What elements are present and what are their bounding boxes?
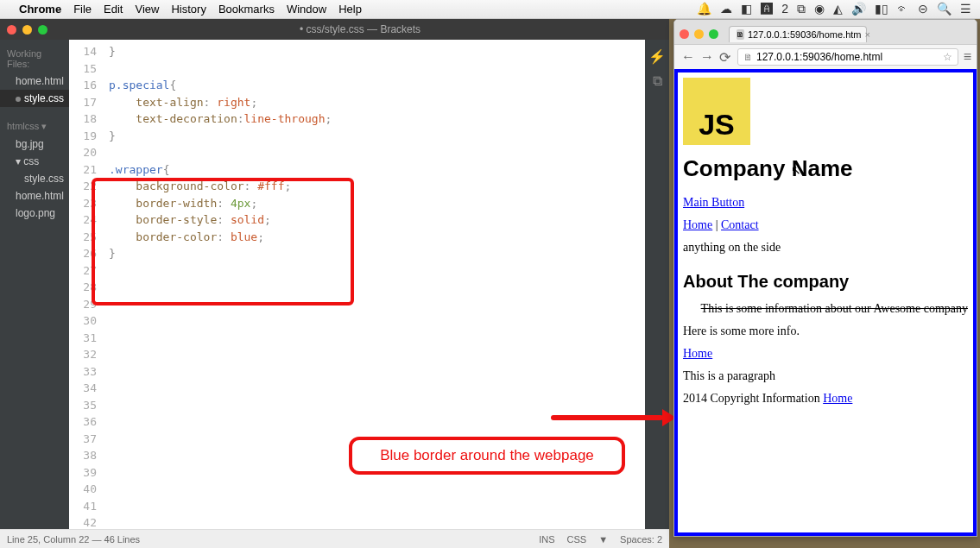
forward-button[interactable]: → xyxy=(699,49,716,66)
cloud-icon[interactable]: ☁ xyxy=(720,2,732,16)
brackets-toolstrip: ⚡ ⧉ xyxy=(645,40,669,529)
tree-style[interactable]: style.css xyxy=(0,170,69,187)
paragraph-text: This is a paragraph xyxy=(683,369,968,383)
line-gutter: 14 15 16 17 18 19 20 21 22 23 24 25 26 2… xyxy=(69,40,102,529)
close-icon[interactable] xyxy=(7,25,16,35)
dropbox-icon[interactable]: ⧉ xyxy=(797,2,806,16)
chrome-window-controls xyxy=(680,29,718,39)
status-ins[interactable]: INS xyxy=(539,534,554,545)
volume-icon[interactable]: 🔊 xyxy=(851,2,866,16)
menu-history[interactable]: History xyxy=(171,3,205,16)
tab-close-icon[interactable]: × xyxy=(864,29,869,40)
nav-separator: | xyxy=(712,218,721,231)
maximize-icon[interactable] xyxy=(709,29,718,39)
footer-home-link[interactable]: Home xyxy=(823,392,852,405)
menubar-tray: 🔔 ☁ ◧ 🅰 2 ⧉ ◉ ◭ 🔊 ▮▯ ᯤ ⊝ 🔍 ☰ xyxy=(697,2,971,16)
working-file-home[interactable]: home.html xyxy=(0,72,69,90)
tree-home[interactable]: home.html xyxy=(0,187,69,205)
page-icon: 🗎 xyxy=(743,52,753,62)
menu-window[interactable]: Window xyxy=(287,3,326,16)
status-spaces[interactable]: Spaces: 2 xyxy=(620,534,662,545)
address-bar[interactable]: 🗎 127.0.0.1:59036/home.html ☆ xyxy=(737,48,958,66)
close-icon[interactable] xyxy=(680,29,689,39)
special-paragraph: This is some information about our Aweso… xyxy=(683,302,968,316)
menu-edit[interactable]: Edit xyxy=(104,3,123,16)
about-heading: About The company xyxy=(683,272,968,292)
minimize-icon[interactable] xyxy=(694,29,704,39)
chrome-window: 🗎 127.0.0.1:59036/home.htm × ← → ⟳ 🗎 127… xyxy=(673,19,977,537)
home-link[interactable]: Home xyxy=(683,347,712,360)
project-label[interactable]: htmlcss ▾ xyxy=(0,117,69,135)
menu-help[interactable]: Help xyxy=(338,3,362,16)
extensions-icon[interactable]: ⧉ xyxy=(653,73,662,89)
back-button[interactable]: ← xyxy=(680,49,697,66)
clock-icon[interactable]: ⊝ xyxy=(918,2,928,16)
window-controls xyxy=(7,25,47,35)
menu-file[interactable]: File xyxy=(73,3,92,16)
two-icon[interactable]: 2 xyxy=(781,2,788,16)
tab-title: 127.0.0.1:59036/home.htm xyxy=(748,29,861,40)
status-caret-icon[interactable]: ▼ xyxy=(598,534,608,545)
annotation-text: Blue border around the webpage xyxy=(380,447,594,464)
box-icon[interactable]: ◧ xyxy=(741,2,752,16)
aside-text: anything on the side xyxy=(683,241,968,255)
maximize-icon[interactable] xyxy=(38,25,47,35)
minimize-icon[interactable] xyxy=(22,25,32,35)
working-file-style[interactable]: style.css xyxy=(0,90,69,107)
bell-icon[interactable]: 🔔 xyxy=(697,2,711,16)
drive-icon[interactable]: ◭ xyxy=(833,2,843,16)
tree-logo[interactable]: logo.png xyxy=(0,205,69,222)
menu-bookmarks[interactable]: Bookmarks xyxy=(218,3,275,16)
more-info-text: Here is some more info. xyxy=(683,324,968,338)
adobe-icon[interactable]: 🅰 xyxy=(761,2,773,16)
chrome-menu-icon[interactable]: ≡ xyxy=(964,49,971,65)
battery-icon[interactable]: ▮▯ xyxy=(875,2,888,16)
window-title: • css/style.css — Brackets xyxy=(58,23,662,35)
url-text: 127.0.0.1:59036/home.html xyxy=(756,51,882,63)
status-lang[interactable]: CSS xyxy=(567,534,587,545)
company-heading: Company Name xyxy=(683,155,968,182)
brackets-statusbar: Line 25, Column 22 — 46 Lines INS CSS ▼ … xyxy=(0,529,669,548)
tree-bg[interactable]: bg.jpg xyxy=(0,135,69,153)
menu-view[interactable]: View xyxy=(135,3,159,16)
brackets-sidebar: Working Files: home.html style.css htmlc… xyxy=(0,40,69,529)
spotlight-icon[interactable]: 🔍 xyxy=(937,2,952,16)
annotation-label-box: Blue border around the webpage xyxy=(349,437,625,475)
main-button-link[interactable]: Main Button xyxy=(683,196,744,209)
working-files-label: Working Files: xyxy=(0,45,69,72)
notification-icon[interactable]: ☰ xyxy=(960,2,971,16)
brackets-titlebar: • css/style.css — Brackets xyxy=(0,19,669,40)
sync-icon[interactable]: ◉ xyxy=(814,2,825,16)
annotation-arrow xyxy=(551,413,676,422)
js-logo: JS xyxy=(683,78,750,145)
footer-text: 2014 Copyright Information Home xyxy=(683,392,968,406)
wifi-icon[interactable]: ᯤ xyxy=(897,2,909,16)
bookmark-star-icon[interactable]: ☆ xyxy=(943,51,952,63)
live-preview-icon[interactable]: ⚡ xyxy=(648,48,666,65)
browser-tab[interactable]: 🗎 127.0.0.1:59036/home.htm × xyxy=(729,26,867,42)
reload-button[interactable]: ⟳ xyxy=(718,49,732,66)
mac-menubar: Chrome File Edit View History Bookmarks … xyxy=(0,0,980,19)
tree-css-folder[interactable]: ▾ css xyxy=(0,153,69,170)
nav-contact-link[interactable]: Contact xyxy=(721,218,759,231)
rendered-page: JS Company Name Main Button Home | Conta… xyxy=(674,69,977,536)
cursor-position: Line 25, Column 22 — 46 Lines xyxy=(7,534,140,545)
nav-home-link[interactable]: Home xyxy=(683,218,712,231)
favicon-icon: 🗎 xyxy=(737,29,744,40)
menubar-app[interactable]: Chrome xyxy=(19,3,61,16)
